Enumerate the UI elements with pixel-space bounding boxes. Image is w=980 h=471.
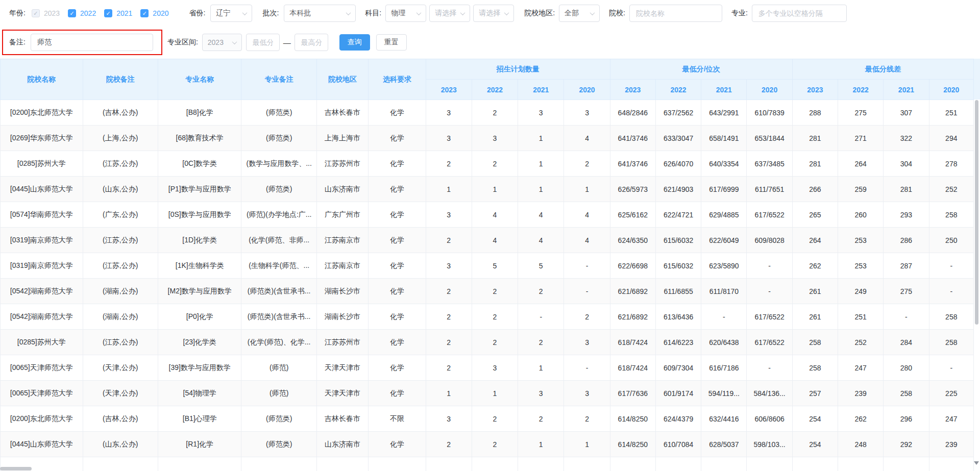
checkbox-check-icon: ✓ <box>68 9 76 17</box>
subject-select-2[interactable]: 请选择 <box>429 5 470 22</box>
year-subheader-2023[interactable]: 2023 <box>792 80 838 100</box>
year-subheader-2020[interactable]: 2020 <box>929 80 973 100</box>
cell-college: [0200]东北师范大学 <box>1 100 83 126</box>
cell-diff-2022: 264 <box>838 151 884 177</box>
results-table-wrap: 院校名称 院校备注 专业名称 专业备注 院校地区 选科要求 招生计划数量 最低分… <box>0 59 980 471</box>
cell-plan-2022: 2 <box>472 406 518 432</box>
query-button[interactable]: 查询 <box>339 34 370 51</box>
year-subheader-2023[interactable]: 2023 <box>610 80 655 100</box>
remark-input[interactable] <box>31 34 153 51</box>
cell-subject-req: 化学 <box>369 253 426 279</box>
table-row[interactable]: [0319]南京师范大学(江苏,公办)[1D]化学类(化学(师范、非师...江苏… <box>1 228 974 253</box>
cell-plan-2022: 3 <box>472 355 518 381</box>
cell-empty <box>838 457 884 471</box>
table-row[interactable]: [0065]天津师范大学(天津,公办)[54]物理学(师范)天津天津市化学113… <box>1 381 974 406</box>
cell-college: [0319]南京师范大学 <box>1 253 83 279</box>
vertical-scrollbar-thumb[interactable] <box>975 100 978 325</box>
subject-placeholder: 请选择 <box>479 9 500 18</box>
cell-diff-2023: 254 <box>792 406 838 432</box>
col-header-subject-req[interactable]: 选科要求 <box>369 59 426 100</box>
year-subheader-2020[interactable]: 2020 <box>564 80 610 100</box>
table-row[interactable]: [0200]东北师范大学(吉林,公办)[B1]心理学(师范类)吉林长春市不限32… <box>1 406 974 432</box>
cell-college: [0319]南京师范大学 <box>1 228 83 253</box>
cell-empty <box>158 457 241 471</box>
cell-region: 广东广州市 <box>316 202 368 228</box>
table-row[interactable]: [0065]天津师范大学(天津,公办)[39]数学与应用数学(师范)天津天津市化… <box>1 355 974 381</box>
year-checkbox-2020[interactable]: ✓2020 <box>140 9 168 17</box>
cell-major-remark: (化学(师范、非师... <box>241 228 316 253</box>
cell-plan-2021: 3 <box>518 100 564 126</box>
cell-college-remark: (江苏,公办) <box>83 330 158 355</box>
cell-college: [0574]华南师范大学 <box>1 202 83 228</box>
cell-minscore-2022: 609/7304 <box>655 355 701 381</box>
col-header-college-remark[interactable]: 院校备注 <box>83 59 158 100</box>
subject-select-3[interactable]: 请选择 <box>473 5 514 22</box>
cell-diff-2023: 266 <box>792 177 838 202</box>
year-checkbox-2022[interactable]: ✓2022 <box>68 9 96 17</box>
year-subheader-2022[interactable]: 2022 <box>655 80 701 100</box>
province-label: 省份: <box>189 9 206 18</box>
cell-plan-2020: 3 <box>564 330 610 355</box>
table-row[interactable]: [0542]湖南师范大学(湖南,公办)[M2]数学与应用数学(师范类)(含世承书… <box>1 279 974 304</box>
table-row[interactable]: [0285]苏州大学(江苏,公办)[0C]数学类(数学与应用数学、...江苏苏州… <box>1 151 974 177</box>
table-row[interactable]: [0445]山东师范大学(山东,公办)[P1]数学与应用数学(师范类)山东济南市… <box>1 177 974 202</box>
batch-select[interactable]: 本科批 <box>284 5 356 22</box>
col-header-major[interactable]: 专业名称 <box>158 59 241 100</box>
table-row[interactable]: [0574]华南师范大学(广东,公办)[0S]数学与应用数学(师范)(办学地点:… <box>1 202 974 228</box>
year-subheader-2021[interactable]: 2021 <box>884 80 929 100</box>
region-select[interactable]: 全部 <box>559 5 600 22</box>
cell-minscore-2021: 594/119... <box>701 381 747 406</box>
year-subheader-2022[interactable]: 2022 <box>472 80 518 100</box>
table-row[interactable]: [0445]山东师范大学(山东,公办)[R1]化学(师范类)山东济南市化学221… <box>1 432 974 457</box>
col-header-college[interactable]: 院校名称 <box>1 59 83 100</box>
cell-college-remark: (天津,公办) <box>83 381 158 406</box>
scroll-down-arrow-icon[interactable] <box>974 461 979 465</box>
cell-plan-2020: 1 <box>564 177 610 202</box>
cell-plan-2021: 4 <box>518 228 564 253</box>
table-row[interactable]: [0269]华东师范大学(上海,公办)[68]教育技术学(师范类)上海上海市化学… <box>1 126 974 151</box>
cell-major: [1K]生物科学类 <box>158 253 241 279</box>
cell-minscore-2023: 621/6892 <box>610 279 655 304</box>
subject-select-1[interactable]: 物理 <box>385 5 426 22</box>
cell-minscore-2021: 628/5037 <box>701 432 747 457</box>
year-subheader-2023[interactable]: 2023 <box>426 80 472 100</box>
min-score-input[interactable] <box>247 34 279 51</box>
major-input[interactable] <box>752 5 846 21</box>
table-row[interactable]: [0285]苏州大学(江苏,公办)[23]化学类(化学(师范)、化学...江苏苏… <box>1 330 974 355</box>
cell-diff-2022: 259 <box>838 177 884 202</box>
range-year-select[interactable]: 2023 <box>202 34 242 51</box>
chevron-down-icon <box>232 39 237 44</box>
year-subheader-2020[interactable]: 2020 <box>747 80 792 100</box>
cell-plan-2023: 3 <box>426 126 472 151</box>
table-row[interactable]: [0319]南京师范大学(江苏,公办)[1K]生物科学类(生物科学(师范、...… <box>1 253 974 279</box>
cell-minscore-2022: 621/4903 <box>655 177 701 202</box>
col-header-region[interactable]: 院校地区 <box>316 59 368 100</box>
cell-minscore-2022: 614/6223 <box>655 330 701 355</box>
major-label: 专业: <box>731 9 748 18</box>
cell-college-remark: (广东,公办) <box>83 202 158 228</box>
cell-diff-2022: 252 <box>838 330 884 355</box>
col-header-major-remark[interactable]: 专业备注 <box>241 59 316 100</box>
chevron-down-icon <box>504 10 509 15</box>
cell-plan-2023: 2 <box>426 432 472 457</box>
cell-diff-2022: 253 <box>838 253 884 279</box>
college-input[interactable] <box>630 5 722 21</box>
cell-plan-2023: 1 <box>426 381 472 406</box>
cell-major-remark: (师范类) <box>241 100 316 126</box>
year-subheader-2021[interactable]: 2021 <box>701 80 747 100</box>
year-subheader-2022[interactable]: 2022 <box>838 80 884 100</box>
cell-minscore-2022: 624/4379 <box>655 406 701 432</box>
year-subheader-2021[interactable]: 2021 <box>518 80 564 100</box>
table-row-partial <box>1 457 974 471</box>
table-row[interactable]: [0542]湖南师范大学(湖南,公办)[P0]化学(师范类)(含世承书...湖南… <box>1 304 974 330</box>
province-select[interactable]: 辽宁 <box>210 5 252 22</box>
reset-button[interactable]: 重置 <box>376 34 407 51</box>
cell-minscore-2020: 617/6522 <box>747 202 792 228</box>
max-score-input[interactable] <box>295 34 328 51</box>
horizontal-scrollbar-thumb[interactable] <box>0 467 32 470</box>
year-checkbox-2023[interactable]: ✓2023 <box>32 9 60 17</box>
cell-major-remark: (师范类) <box>241 432 316 457</box>
chevron-down-icon <box>346 10 351 15</box>
year-checkbox-2021[interactable]: ✓2021 <box>104 9 132 17</box>
table-row[interactable]: [0200]东北师范大学(吉林,公办)[B8]化学(师范类)吉林长春市化学323… <box>1 100 974 126</box>
